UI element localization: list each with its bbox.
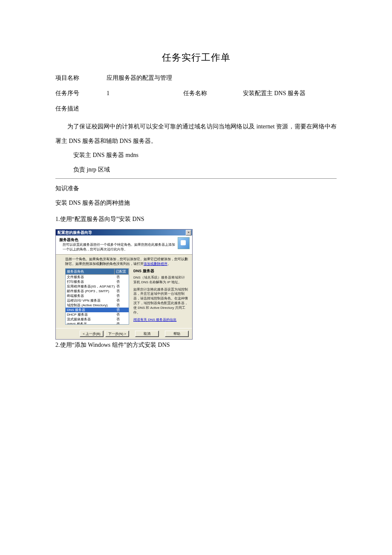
step-1: 1.使用“配置服务器向导”安装 DNS xyxy=(55,215,337,223)
back-button[interactable]: < 上一步(B) xyxy=(80,331,104,337)
role-list-header: 服务器角色 已配置 xyxy=(66,269,129,275)
role-listbox[interactable]: 服务器角色 已配置 文件服务器否 打印服务器否 应用程序服务器(IIS，ASP.… xyxy=(65,268,129,325)
next-button[interactable]: 下一步(N) > xyxy=(105,331,129,337)
wizard-instruction: 选择一个角色。如果角色没有添加，您可以添加它。如果它已经被添加，您可以删除它。如… xyxy=(65,257,188,266)
list-item[interactable]: DHCP 服务器否 xyxy=(66,312,129,317)
role-desc-p2: 如果您计划将此服务器设置为域控制器，并且它是域中的第一台域控制器，请选择域控制器… xyxy=(133,288,188,315)
document-page: 任务实行工作单 项目名称 应用服务器的配置与管理 任务序号 1 任务名称 安装配… xyxy=(0,0,392,375)
project-value: 应用服务器的配置与管理 xyxy=(107,74,172,82)
col-configured: 已配置 xyxy=(115,269,129,275)
wizard-body: 选择一个角色。如果角色没有添加，您可以添加它。如果它已经被添加，您可以删除它。如… xyxy=(56,255,192,328)
page-title: 任务实行工作单 xyxy=(55,51,337,64)
list-item[interactable]: 邮件服务器 (POP3，SMTP)否 xyxy=(66,289,129,293)
task-name-value: 安装配置主 DNS 服务器 xyxy=(243,90,337,97)
help-button[interactable]: 帮助 xyxy=(165,331,189,337)
step-2: 2.使用“添加 Windows 组件”的方式安装 DNS xyxy=(55,341,337,349)
wizard-title-text: 配置您的服务器向导 xyxy=(58,230,92,235)
cancel-button[interactable]: 取消 xyxy=(135,331,159,337)
list-item[interactable]: 流式媒体服务器否 xyxy=(66,317,129,322)
prep-label: 知识准备 xyxy=(55,185,337,192)
divider xyxy=(55,178,337,179)
wizard-header-title: 服务器角色 xyxy=(59,237,175,243)
list-item[interactable]: 应用程序服务器(IIS，ASP.NET)否 xyxy=(66,284,129,289)
role-desc-p1: DNS（域名系统）服务器将域和计算机 DNS 名称解释为 IP 地址。 xyxy=(133,276,188,285)
add-remove-programs-link[interactable]: 添加或删除程序 xyxy=(144,262,167,266)
desc-paragraph-1: 为了保证校园网中的计算机可以安全可靠的通过域名访问当地网络以及 internet… xyxy=(55,119,337,148)
list-item[interactable]: 终端服务器否 xyxy=(66,293,129,298)
task-desc-label: 任务描述 xyxy=(55,105,337,113)
desc-paragraph-2: 安装主 DNS 服务器 mdns xyxy=(55,148,337,163)
wizard-footer: < 上一步(B) 下一步(N) > 取消 帮助 xyxy=(56,328,192,339)
role-desc-title: DNS 服务器 xyxy=(133,268,188,274)
seq-value: 1 xyxy=(107,90,183,97)
wizard-titlebar: 配置您的服务器向导 × xyxy=(56,230,192,235)
server-wizard-dialog: 配置您的服务器向导 × 服务器角色 您可以设置此服务器担任一个或多个特定角色。如… xyxy=(55,229,193,340)
wizard-header: 服务器角色 您可以设置此服务器担任一个或多个特定角色。如果您想在此服务器上添加一… xyxy=(56,235,192,255)
task-name-label: 任务名称 xyxy=(183,90,243,97)
list-item[interactable]: 打印服务器否 xyxy=(66,279,129,284)
server-icon xyxy=(178,237,190,249)
col-role: 服务器角色 xyxy=(66,269,115,275)
dns-info-link[interactable]: 阅读有关 DNS 服务器的信息 xyxy=(133,317,188,322)
list-item[interactable]: 域控制器 (Active Directory)否 xyxy=(66,303,129,308)
instr-post: 。 xyxy=(167,262,171,266)
close-icon[interactable]: × xyxy=(186,230,191,235)
list-item-selected[interactable]: DNS 服务器否 xyxy=(66,308,129,312)
role-description-panel: DNS 服务器 DNS（域名系统）服务器将域和计算机 DNS 名称解释为 IP … xyxy=(133,268,188,325)
project-label: 项目名称 xyxy=(55,74,107,82)
wizard-header-subtitle: 您可以设置此服务器担任一个或多个特定角色。如果您想在此服务器上添加一个以上的角色… xyxy=(59,243,175,252)
desc-paragraph-3: 负责 jnrp 区域 xyxy=(55,163,337,177)
list-item[interactable]: 远程访问/ VPN 服务器否 xyxy=(66,298,129,303)
list-item[interactable]: 文件服务器否 xyxy=(66,275,129,279)
seq-label: 任务序号 xyxy=(55,90,107,97)
list-item[interactable]: WINS 服务器否 xyxy=(66,322,129,325)
methods-intro: 安装 DNS 服务器的两种措施 xyxy=(55,199,337,207)
task-row: 任务序号 1 任务名称 安装配置主 DNS 服务器 xyxy=(55,90,337,97)
project-row: 项目名称 应用服务器的配置与管理 xyxy=(55,74,337,82)
